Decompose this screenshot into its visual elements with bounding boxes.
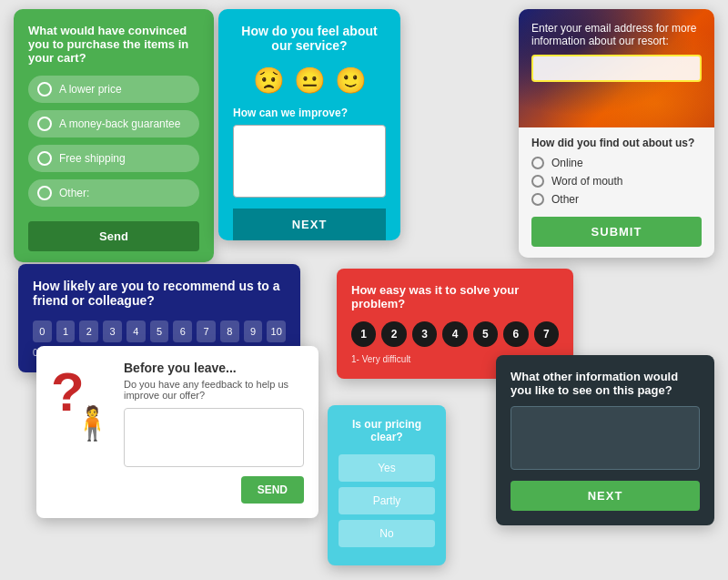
send-leave-button[interactable]: SEND xyxy=(241,476,304,504)
nps-title: How likely are you to recommend us to a … xyxy=(33,279,286,308)
person-icon: 🧍 xyxy=(72,404,113,443)
radio-word-of-mouth[interactable] xyxy=(531,175,544,188)
diff-5[interactable]: 5 xyxy=(473,321,498,347)
nps-2[interactable]: 2 xyxy=(79,321,98,342)
improve-label: How can we improve? xyxy=(233,107,386,119)
diff-1[interactable]: 1 xyxy=(351,321,376,347)
easy-title: How easy was it to solve your problem? xyxy=(351,283,559,310)
info-card: What other information would you like to… xyxy=(496,355,714,525)
diff-7[interactable]: 7 xyxy=(534,321,559,347)
nps-7[interactable]: 7 xyxy=(197,321,216,342)
option-free-shipping[interactable]: Free shipping xyxy=(28,145,199,172)
resort-card: Enter your email address for more inform… xyxy=(519,9,714,258)
option-money-back[interactable]: A money-back guarantee xyxy=(28,110,199,137)
diff-3[interactable]: 3 xyxy=(412,321,437,347)
next-button-cyan[interactable]: NEXT xyxy=(233,209,386,240)
nps-4[interactable]: 4 xyxy=(126,321,146,342)
nps-8[interactable]: 8 xyxy=(220,321,239,342)
option-other[interactable]: Other: xyxy=(28,179,199,207)
green-card-title: What would have convinced you to purchas… xyxy=(28,24,199,65)
emoji-sad[interactable]: 😟 xyxy=(253,66,285,96)
leave-card: ? 🧍 Before you leave... Do you have any … xyxy=(36,346,318,518)
green-survey-card: What would have convinced you to purchas… xyxy=(14,9,214,262)
improve-textarea[interactable] xyxy=(233,125,386,198)
resort-background: Enter your email address for more inform… xyxy=(519,9,714,127)
pricing-no-button[interactable]: No xyxy=(339,520,435,547)
option-other-resort[interactable]: Other xyxy=(531,193,702,206)
emoji-neutral[interactable]: 😐 xyxy=(294,66,326,96)
option-online[interactable]: Online xyxy=(531,157,702,169)
option-lower-price[interactable]: A lower price xyxy=(28,76,199,103)
nps-0[interactable]: 0 xyxy=(33,321,52,342)
nps-5[interactable]: 5 xyxy=(150,321,169,342)
resort-email-input[interactable] xyxy=(531,55,702,82)
cyan-card-title: How do you feel about our service? xyxy=(233,24,386,53)
leave-feedback-textarea[interactable] xyxy=(124,408,304,467)
next-info-button[interactable]: NEXT xyxy=(511,481,700,511)
info-textarea[interactable] xyxy=(511,406,700,470)
question-figure: ? 🧍 xyxy=(51,361,115,443)
option-word-of-mouth[interactable]: Word of mouth xyxy=(531,175,702,188)
pricing-yes-button[interactable]: Yes xyxy=(339,454,435,482)
cyan-survey-card: How do you feel about our service? 😟 😐 🙂… xyxy=(218,9,400,240)
nps-1[interactable]: 1 xyxy=(56,321,76,342)
radio-money-back[interactable] xyxy=(37,117,52,131)
diff-2[interactable]: 2 xyxy=(381,321,406,347)
diff-4[interactable]: 4 xyxy=(442,321,467,347)
leave-subtitle: Do you have any feedback to help us impr… xyxy=(124,379,304,401)
leave-title: Before you leave... xyxy=(124,361,304,375)
radio-other-resort[interactable] xyxy=(531,193,544,206)
pricing-title: Is our pricing clear? xyxy=(339,418,435,443)
find-label: How did you find out about us? xyxy=(531,137,702,149)
resort-prompt: Enter your email address for more inform… xyxy=(531,22,702,47)
resort-bottom-section: How did you find out about us? Online Wo… xyxy=(519,127,714,258)
nps-10[interactable]: 10 xyxy=(267,321,286,342)
diff-6[interactable]: 6 xyxy=(503,321,528,347)
nps-9[interactable]: 9 xyxy=(244,321,263,342)
submit-button[interactable]: SUBMIT xyxy=(531,217,702,247)
send-button[interactable]: Send xyxy=(28,221,199,251)
emoji-happy[interactable]: 🙂 xyxy=(335,66,367,96)
diff-label-low: 1- Very difficult xyxy=(351,354,410,364)
pricing-partly-button[interactable]: Partly xyxy=(339,487,435,514)
radio-lower-price[interactable] xyxy=(37,82,52,97)
info-title: What other information would you like to… xyxy=(511,370,700,397)
pricing-card: Is our pricing clear? Yes Partly No xyxy=(328,405,446,565)
nps-numbers-row: 0 1 2 3 4 5 6 7 8 9 10 xyxy=(33,321,286,342)
leave-content: Before you leave... Do you have any feed… xyxy=(124,361,304,504)
radio-other[interactable] xyxy=(37,186,52,200)
nps-6[interactable]: 6 xyxy=(173,321,192,342)
emoji-row: 😟 😐 🙂 xyxy=(233,66,386,96)
radio-free-shipping[interactable] xyxy=(37,151,52,166)
nps-3[interactable]: 3 xyxy=(103,321,122,342)
radio-online[interactable] xyxy=(531,157,544,169)
difficulty-numbers-row: 1 2 3 4 5 6 7 xyxy=(351,321,559,347)
